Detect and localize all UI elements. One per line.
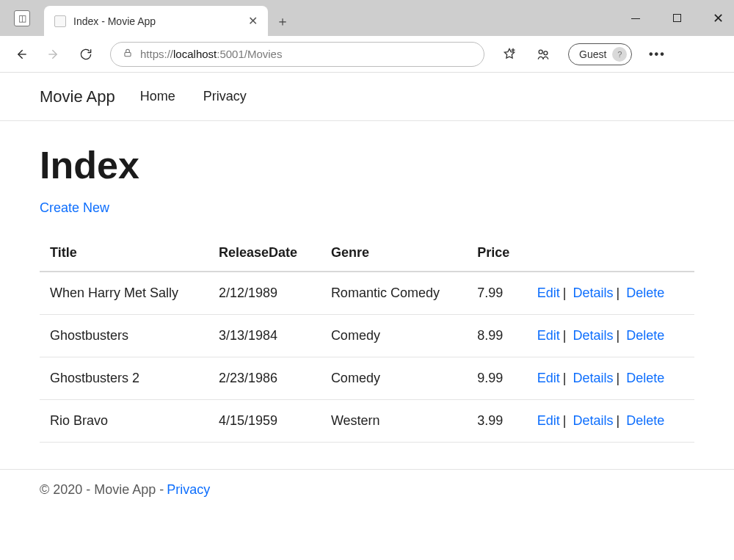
browser-titlebar: ◫ Index - Movie App ✕ ＋ ✕	[0, 0, 734, 36]
col-title: Title	[40, 235, 208, 272]
cell-genre: Comedy	[321, 357, 467, 400]
cell-genre: Comedy	[321, 315, 467, 357]
browser-toolbar: https://localhost:5001/Movies Guest ? ••…	[0, 36, 734, 73]
page-content: Index Create New Title ReleaseDate Genre…	[0, 121, 734, 443]
site-footer: © 2020 - Movie App - Privacy	[0, 469, 734, 510]
more-menu-button[interactable]: •••	[648, 46, 666, 63]
cell-actions: Edit| Details| Delete	[527, 315, 694, 357]
cell-release: 4/15/1959	[208, 400, 321, 443]
app-menu[interactable]: ◫	[0, 0, 44, 36]
cell-title: Ghostbusters	[40, 315, 208, 357]
lock-icon	[123, 48, 133, 60]
table-row: Ghostbusters 2 2/23/1986 Comedy 9.99 Edi…	[40, 357, 694, 400]
window-maximize-button[interactable]	[666, 12, 687, 25]
avatar-icon: ?	[612, 47, 627, 62]
col-actions	[527, 235, 694, 272]
col-release: ReleaseDate	[208, 235, 321, 272]
col-price: Price	[467, 235, 527, 272]
site-brand[interactable]: Movie App	[40, 87, 115, 106]
svg-rect-0	[125, 52, 131, 56]
tab-close-button[interactable]: ✕	[246, 14, 259, 28]
create-new-link[interactable]: Create New	[40, 200, 109, 215]
profile-button[interactable]: Guest ?	[568, 43, 632, 65]
svg-point-3	[539, 50, 542, 54]
arrow-right-icon	[46, 47, 61, 62]
favicon-icon	[54, 15, 66, 27]
site-navbar: Movie App Home Privacy	[0, 73, 734, 121]
cell-actions: Edit| Details| Delete	[527, 400, 694, 443]
new-tab-button[interactable]: ＋	[268, 7, 297, 36]
profile-label: Guest	[579, 48, 606, 60]
favorites-button[interactable]	[501, 46, 518, 63]
back-button[interactable]	[13, 46, 29, 62]
cell-actions: Edit| Details| Delete	[527, 272, 694, 315]
window-controls: ✕	[625, 0, 728, 36]
page-title: Index	[40, 143, 694, 187]
table-header-row: Title ReleaseDate Genre Price	[40, 235, 694, 272]
col-genre: Genre	[321, 235, 467, 272]
cell-price: 7.99	[467, 272, 527, 315]
url-text: https://localhost:5001/Movies	[140, 48, 472, 60]
movies-table: Title ReleaseDate Genre Price When Harry…	[40, 235, 694, 443]
cell-price: 3.99	[467, 400, 527, 443]
url-port: :5001	[217, 48, 244, 60]
tab-title: Index - Movie App	[73, 15, 239, 27]
footer-privacy-link[interactable]: Privacy	[167, 482, 210, 498]
edit-link[interactable]: Edit	[537, 286, 560, 300]
delete-link[interactable]: Delete	[626, 286, 664, 300]
table-row: Ghostbusters 3/13/1984 Comedy 8.99 Edit|…	[40, 315, 694, 357]
delete-link[interactable]: Delete	[626, 371, 664, 385]
star-plus-icon	[502, 47, 517, 62]
details-link[interactable]: Details	[573, 371, 614, 385]
window-minimize-button[interactable]	[625, 12, 646, 25]
table-row: When Harry Met Sally 2/12/1989 Romantic …	[40, 272, 694, 315]
details-link[interactable]: Details	[573, 328, 614, 343]
delete-link[interactable]: Delete	[626, 328, 664, 343]
cell-genre: Romantic Comedy	[321, 272, 467, 315]
refresh-button[interactable]	[78, 46, 94, 62]
cell-title: Rio Bravo	[40, 400, 208, 443]
svg-point-4	[544, 51, 548, 54]
address-bar[interactable]: https://localhost:5001/Movies	[110, 42, 484, 67]
cell-release: 3/13/1984	[208, 315, 321, 357]
forward-button[interactable]	[46, 46, 62, 62]
table-row: Rio Bravo 4/15/1959 Western 3.99 Edit| D…	[40, 400, 694, 443]
browser-tab-active[interactable]: Index - Movie App ✕	[44, 6, 268, 36]
url-host: localhost	[173, 48, 217, 60]
footer-text: © 2020 - Movie App -	[40, 482, 164, 498]
cell-release: 2/23/1986	[208, 357, 321, 400]
nav-privacy[interactable]: Privacy	[203, 89, 247, 104]
nav-home[interactable]: Home	[140, 89, 175, 104]
app-icon: ◫	[14, 10, 30, 26]
edit-link[interactable]: Edit	[537, 413, 560, 428]
refresh-icon	[79, 47, 93, 62]
edit-link[interactable]: Edit	[537, 371, 560, 385]
collections-icon	[536, 47, 550, 62]
arrow-left-icon	[14, 47, 29, 62]
details-link[interactable]: Details	[573, 286, 614, 300]
cell-price: 9.99	[467, 357, 527, 400]
edit-link[interactable]: Edit	[537, 328, 560, 343]
cell-title: Ghostbusters 2	[40, 357, 208, 400]
cell-release: 2/12/1989	[208, 272, 321, 315]
cell-actions: Edit| Details| Delete	[527, 357, 694, 400]
delete-link[interactable]: Delete	[626, 413, 664, 428]
cell-price: 8.99	[467, 315, 527, 357]
url-scheme: https://	[140, 48, 173, 60]
url-path: /Movies	[244, 48, 283, 60]
cell-title: When Harry Met Sally	[40, 272, 208, 315]
collections-button[interactable]	[534, 46, 552, 63]
cell-genre: Western	[321, 400, 467, 443]
window-close-button[interactable]: ✕	[708, 10, 728, 26]
details-link[interactable]: Details	[573, 413, 614, 428]
